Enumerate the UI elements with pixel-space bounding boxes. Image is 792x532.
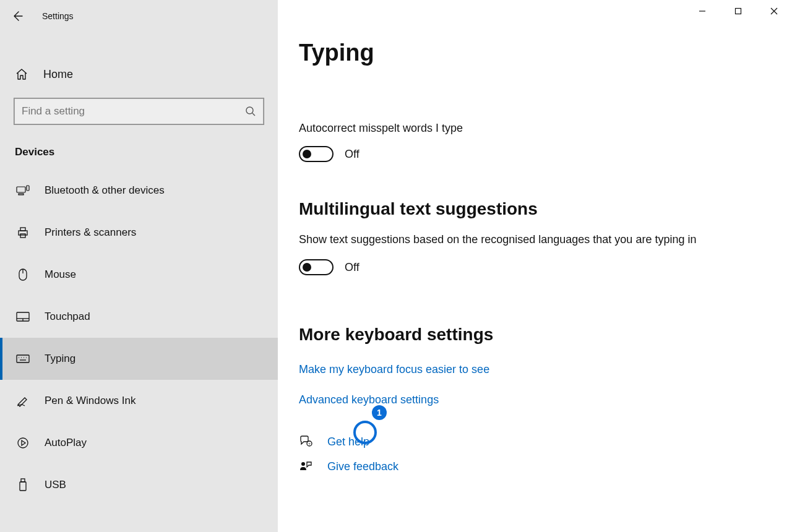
multilingual-toggle[interactable]	[299, 259, 334, 275]
back-arrow-icon	[11, 10, 24, 22]
sidebar-item-bluetooth[interactable]: Bluetooth & other devices	[0, 169, 278, 212]
svg-point-18	[18, 438, 28, 448]
sidebar-item-label: Mouse	[45, 268, 76, 281]
close-button[interactable]	[756, 0, 792, 22]
multilingual-state: Off	[345, 261, 359, 274]
mouse-icon	[16, 268, 30, 281]
link-keyboard-focus[interactable]: Make my keyboard focus easier to see	[299, 363, 792, 376]
feedback-icon	[299, 460, 312, 473]
svg-rect-6	[20, 234, 25, 238]
svg-rect-12	[17, 355, 29, 363]
window-controls	[684, 0, 792, 22]
sidebar-home[interactable]: Home	[0, 53, 278, 95]
autocorrect-toggle[interactable]	[299, 146, 334, 162]
titlebar: Settings	[0, 5, 278, 27]
sidebar-item-label: Pen & Windows Ink	[45, 395, 136, 407]
search-icon	[245, 106, 256, 117]
settings-window: Settings Home Devices Bluetooth & other …	[0, 0, 792, 532]
back-button[interactable]	[10, 9, 25, 24]
svg-point-25	[301, 462, 305, 466]
printer-icon	[16, 226, 30, 239]
page-title: Typing	[299, 40, 792, 66]
close-icon	[770, 7, 778, 15]
pen-icon	[16, 394, 30, 408]
sidebar-item-usb[interactable]: USB	[0, 464, 278, 506]
sidebar-item-label: Printers & scanners	[45, 226, 136, 239]
usb-icon	[16, 478, 30, 492]
svg-rect-20	[20, 482, 26, 491]
minimize-icon	[699, 7, 706, 15]
svg-rect-22	[736, 9, 741, 14]
sidebar-item-typing[interactable]: Typing	[0, 338, 278, 380]
minimize-button[interactable]	[684, 0, 720, 22]
sidebar-item-label: USB	[45, 479, 66, 491]
bluetooth-devices-icon	[16, 184, 30, 197]
sidebar-item-pen[interactable]: Pen & Windows Ink	[0, 380, 278, 422]
sidebar-home-label: Home	[43, 68, 73, 81]
svg-rect-5	[20, 228, 25, 231]
sidebar-item-label: Bluetooth & other devices	[45, 184, 165, 197]
sidebar-item-label: Typing	[45, 353, 75, 365]
sidebar-item-mouse[interactable]: Mouse	[0, 254, 278, 296]
touchpad-icon	[16, 310, 30, 324]
sidebar-item-autoplay[interactable]: AutoPlay	[0, 422, 278, 464]
svg-rect-3	[27, 186, 29, 191]
sidebar-section-title: Devices	[0, 146, 278, 158]
give-feedback-link[interactable]: Give feedback	[327, 460, 398, 473]
sidebar-item-label: AutoPlay	[45, 437, 87, 449]
svg-rect-1	[17, 187, 25, 192]
multilingual-desc: Show text suggestions based on the recog…	[299, 231, 792, 248]
sidebar-item-touchpad[interactable]: Touchpad	[0, 296, 278, 338]
maximize-button[interactable]	[720, 0, 756, 22]
keyboard-icon	[16, 352, 30, 366]
svg-rect-4	[19, 231, 27, 235]
svg-point-0	[246, 107, 253, 114]
more-heading: More keyboard settings	[299, 325, 792, 345]
annotation-badge-1: 1	[372, 405, 387, 420]
link-advanced-keyboard[interactable]: Advanced keyboard settings	[299, 393, 792, 406]
sidebar: Settings Home Devices Bluetooth & other …	[0, 0, 278, 532]
get-help-link[interactable]: Get help	[327, 435, 369, 448]
autoplay-icon	[16, 436, 30, 450]
svg-rect-19	[21, 479, 25, 482]
sidebar-item-label: Touchpad	[45, 311, 90, 323]
autocorrect-label: Autocorrect misspelt words I type	[299, 122, 707, 135]
sidebar-item-printers[interactable]: Printers & scanners	[0, 212, 278, 254]
search-input[interactable]	[22, 105, 240, 118]
help-icon: ?	[299, 435, 312, 448]
sidebar-nav: Bluetooth & other devices Printers & sca…	[0, 169, 278, 506]
main-content: Typing Autocorrect misspelt words I type…	[278, 0, 792, 532]
search-box[interactable]	[14, 98, 264, 125]
app-title: Settings	[42, 11, 74, 21]
svg-rect-2	[19, 194, 24, 195]
maximize-icon	[734, 7, 742, 15]
multilingual-heading: Multilingual text suggestions	[299, 199, 792, 219]
home-icon	[15, 67, 28, 81]
autocorrect-state: Off	[345, 148, 359, 161]
